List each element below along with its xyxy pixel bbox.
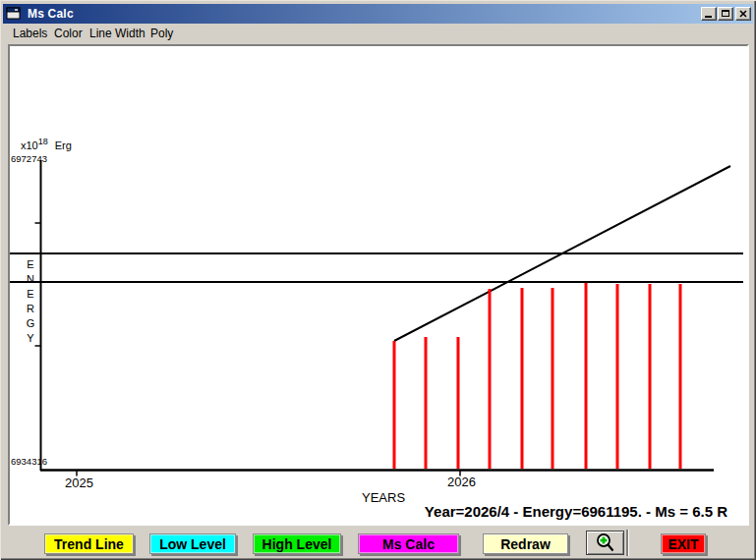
- chart-area: x1018Erg 6972743 ENERGY 6934316 2025 202…: [8, 44, 749, 526]
- close-icon: [739, 10, 747, 18]
- x-tick-label-2026: 2026: [447, 475, 476, 489]
- redraw-button[interactable]: Redraw: [483, 533, 568, 554]
- trend-line-button[interactable]: Trend Line: [44, 533, 134, 554]
- menu-item-labels[interactable]: Labels: [11, 24, 49, 43]
- app-window: Ms Calc Labels Color Line Width Poly x10…: [0, 0, 756, 560]
- y-axis-min-value: 6934316: [11, 456, 47, 467]
- y-axis-max-value: 6972743: [11, 153, 47, 164]
- window-title: Ms Calc: [28, 7, 74, 21]
- y-axis-title-letter: E: [24, 257, 37, 272]
- close-button[interactable]: [735, 7, 751, 21]
- y-axis-unit-label: x1018Erg: [21, 137, 72, 151]
- maximize-button[interactable]: [718, 7, 733, 21]
- y-axis-title-letter: Y: [24, 331, 37, 346]
- menu-item-line-width[interactable]: Line Width: [87, 24, 147, 43]
- minimize-button[interactable]: [701, 7, 717, 21]
- menu-bar: Labels Color Line Width Poly: [3, 24, 753, 44]
- menu-item-color[interactable]: Color: [52, 24, 85, 43]
- high-level-button[interactable]: High Level: [253, 533, 341, 554]
- minimize-icon: [705, 16, 712, 18]
- x-axis-title: YEARS: [362, 490, 405, 505]
- title-bar: Ms Calc: [3, 4, 753, 24]
- toolbar-separator: [626, 530, 628, 556]
- y-axis-title-letter: N: [24, 272, 37, 287]
- y-axis-title-letter: R: [24, 302, 37, 316]
- exit-button[interactable]: EXIT: [661, 533, 706, 554]
- menu-item-poly[interactable]: Poly: [148, 24, 175, 43]
- low-level-button[interactable]: Low Level: [149, 533, 236, 554]
- y-axis-title: ENERGY: [24, 257, 37, 346]
- status-readout: Year=2026/4 - Energy=6961195. - Ms = 6.5…: [425, 503, 727, 520]
- zoom-button[interactable]: [586, 531, 624, 555]
- ms-calc-button[interactable]: Ms Calc: [358, 533, 459, 554]
- y-axis-title-letter: G: [24, 316, 37, 331]
- x-tick-label-2025: 2025: [65, 476, 93, 490]
- plot-canvas: [10, 46, 747, 524]
- maximize-icon: [722, 10, 729, 17]
- magnifier-plus-icon: [595, 532, 616, 554]
- form-window-icon: [6, 7, 22, 21]
- y-axis-title-letter: E: [24, 287, 37, 302]
